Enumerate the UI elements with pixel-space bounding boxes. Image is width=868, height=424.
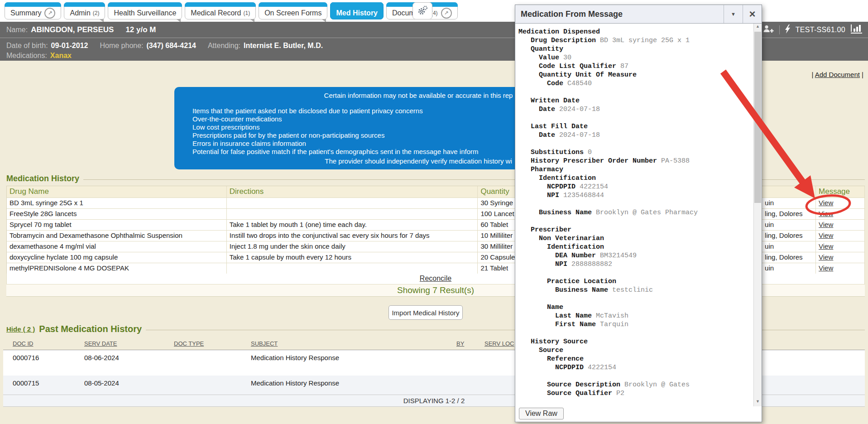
tab-label: On Screen Forms xyxy=(264,9,321,17)
drug-name-cell: doxycycline hyclate 100 mg capsule xyxy=(7,252,227,263)
modal-line xyxy=(517,114,753,122)
field-value: 2888888882 xyxy=(571,260,612,268)
modal-scrollbar[interactable]: ▲ ▼ xyxy=(753,24,762,406)
field-label: Written Date xyxy=(531,97,580,105)
modal-line: History Source xyxy=(517,337,753,346)
view-raw-button[interactable]: View Raw xyxy=(519,408,564,419)
column-header[interactable]: SERV LOC xyxy=(484,340,514,347)
medication-from-message-modal: Medication From Message ▼ × Medication D… xyxy=(515,5,762,422)
field-value: P2 xyxy=(616,390,624,397)
column-header[interactable]: DOC ID xyxy=(13,340,34,347)
field-label: Source Description xyxy=(547,381,620,389)
field-label: NCPDPID xyxy=(555,364,584,371)
field-value: 30 xyxy=(563,54,571,62)
dob-label: Date of birth: xyxy=(6,42,48,50)
view-message-link[interactable]: View xyxy=(819,242,833,250)
bar-chart-icon[interactable] xyxy=(850,24,863,35)
import-medical-history-button[interactable]: Import Medical History xyxy=(388,305,463,320)
field-label: Value xyxy=(539,54,559,62)
view-message-link[interactable]: View xyxy=(819,264,833,272)
view-message-link[interactable]: View xyxy=(819,210,833,217)
section-title: Past Medication History xyxy=(39,324,142,334)
field-label: Code List Qualifier xyxy=(539,63,616,70)
message-cell: View xyxy=(816,252,865,263)
subject-cell: Medication History Response xyxy=(251,354,339,361)
message-cell: View xyxy=(816,198,865,209)
divider xyxy=(779,25,780,34)
settings-button[interactable] xyxy=(412,2,432,19)
directions-cell xyxy=(227,198,478,209)
column-header[interactable]: SUBJECT xyxy=(251,340,278,347)
modal-line: Quantity Unit Of Measure xyxy=(517,71,753,79)
message-cell: View xyxy=(816,209,865,220)
directions-cell xyxy=(227,209,478,220)
drug-name-cell: FreeStyle 28G lancets xyxy=(7,209,227,220)
tab-medical-record[interactable]: Medical Record(1) xyxy=(185,2,256,19)
directions-cell: Inject 1.8 mg under the skin once daily xyxy=(227,241,478,252)
field-label: DEA Number xyxy=(555,252,596,260)
popup-arrow-icon[interactable]: ↗ xyxy=(44,8,55,19)
field-value: McTavish xyxy=(596,312,628,320)
tab-on-screen-forms[interactable]: On Screen Forms xyxy=(259,2,327,19)
modal-line: DEA Number BM3214549 xyxy=(517,251,753,260)
column-header: Message xyxy=(816,186,865,198)
add-person-icon[interactable] xyxy=(763,25,774,35)
modal-line xyxy=(517,269,753,277)
view-message-link[interactable]: View xyxy=(819,231,833,239)
field-value: testclinic xyxy=(612,286,653,294)
modal-line: Medication Dispensed xyxy=(517,28,753,36)
scroll-down-icon[interactable]: ▼ xyxy=(754,399,762,406)
modal-line: Business Name Brooklyn @ Gates Pharmacy xyxy=(517,208,753,217)
add-document-link[interactable]: Add Document xyxy=(815,71,860,78)
field-value: Brooklyn @ Gates xyxy=(624,381,690,389)
modal-line: Reference xyxy=(517,355,753,363)
modal-line: Non Veterinarian xyxy=(517,234,753,243)
reconcile-link[interactable]: Reconcile xyxy=(420,275,451,282)
view-message-link[interactable]: View xyxy=(819,199,833,207)
tab-health-surveillance[interactable]: Health Surveillance xyxy=(108,2,182,19)
lightning-icon[interactable] xyxy=(785,24,791,35)
gear-icon xyxy=(417,5,428,17)
modal-line xyxy=(517,140,753,148)
modal-line: Source Description Brooklyn @ Gates xyxy=(517,381,753,389)
serv-date-cell: 08-06-2024 xyxy=(84,354,119,361)
close-button[interactable]: × xyxy=(743,5,762,23)
modal-line: First Name Tarquin xyxy=(517,320,753,329)
view-message-link[interactable]: View xyxy=(819,253,833,261)
field-label: Quantity Unit Of Measure xyxy=(539,71,637,79)
modal-line: Pharmacy xyxy=(517,165,753,174)
message-cell: View xyxy=(816,241,865,252)
tab-summary[interactable]: Summary↗ xyxy=(5,2,61,19)
tab-label: Summary xyxy=(10,9,41,17)
modal-line: NCPDPID 4222154 xyxy=(517,363,753,372)
prescriber-fragment-cell: ling, Dolores xyxy=(762,231,816,241)
modal-line: Name xyxy=(517,303,753,312)
column-header[interactable]: DOC TYPE xyxy=(174,340,204,347)
patient-phone: (347) 684-4214 xyxy=(147,42,196,50)
prescriber-fragment-cell: ling, Dolores xyxy=(762,209,816,220)
modal-line xyxy=(517,217,753,226)
popup-arrow-icon[interactable]: ↗ xyxy=(441,8,452,19)
scrollbar-thumb[interactable] xyxy=(754,32,761,203)
field-value: BD 3mL syringe 25G x 1 xyxy=(600,37,690,44)
hide-link[interactable]: Hide ( 2 ) xyxy=(6,325,35,333)
modal-line: Date 2024-07-18 xyxy=(517,131,753,140)
drug-name-cell: methylPREDNISolone 4 MG DOSEPAK xyxy=(7,263,227,274)
app-screen: Summary↗Admin(2)Health SurveillanceMedic… xyxy=(0,0,868,424)
section-title: Medication History xyxy=(6,174,79,183)
scroll-up-icon[interactable]: ▲ xyxy=(754,24,762,31)
field-label: Identification xyxy=(539,174,596,182)
field-label: Non Veterinarian xyxy=(539,235,604,242)
field-value: 4222154 xyxy=(588,364,616,371)
field-label: Business Name xyxy=(555,286,608,294)
field-label: History Source xyxy=(531,338,588,346)
column-header[interactable]: SERV DATE xyxy=(84,340,117,347)
tab-admin[interactable]: Admin(2) xyxy=(64,2,105,19)
tab-med-history[interactable]: Med History xyxy=(330,2,384,19)
directions-cell xyxy=(227,263,478,274)
collapse-button[interactable]: ▼ xyxy=(724,5,743,23)
modal-line: Quantity xyxy=(517,45,753,53)
column-header[interactable]: BY xyxy=(456,340,464,347)
name-label: Name: xyxy=(6,26,28,34)
view-message-link[interactable]: View xyxy=(819,221,833,228)
